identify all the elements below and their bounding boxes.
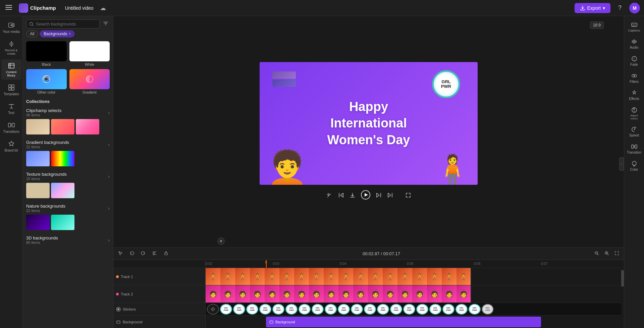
right-tool-adjust-colors[interactable]: Adjust colors (626, 104, 643, 123)
search-input-wrap[interactable] (26, 19, 100, 29)
video-title-button[interactable]: Untitled video (61, 4, 97, 12)
export-chevron-icon: ▾ (603, 5, 605, 11)
grl-badge-17: GRLPWR (429, 304, 441, 315)
right-tool-filters[interactable]: Filters (626, 70, 643, 86)
frame-pink-thumb: 🧑 (206, 285, 220, 303)
help-button[interactable]: ? (614, 3, 625, 13)
bg-track-clip[interactable]: Background (266, 317, 541, 327)
tracks-content[interactable]: ▼ 0:02 0:03 0:04 0:05 0:06 0:07 🧍 (206, 260, 621, 328)
redo-icon (141, 251, 146, 256)
forward-5-button[interactable] (376, 192, 382, 200)
collection-3d-backgrounds[interactable]: 3D backgrounds 80 items › (23, 233, 113, 249)
right-tool-speed[interactable]: Speed (626, 123, 643, 140)
sidebar-item-content-library[interactable]: Content library (1, 59, 21, 80)
center-area: 16:9 GRLPWR (113, 16, 624, 328)
sidebar-item-templates[interactable]: Templates (1, 81, 21, 99)
frame-pink-thumb: 🧑 (265, 285, 279, 303)
grl-badge-4: GRLPWR (259, 304, 271, 315)
avatar[interactable]: M (629, 3, 640, 13)
right-tool-captions[interactable]: Audio Captions (626, 19, 643, 35)
preview-text: Happy International Women's Day (327, 99, 410, 148)
sidebar-item-text[interactable]: Text (1, 100, 21, 117)
play-button[interactable] (361, 190, 370, 202)
collection-name-nature: Nature backgrounds (26, 204, 65, 209)
collection-arrow-gradient-icon: › (108, 142, 110, 147)
sidebar-item-record-create[interactable]: Record & create (1, 38, 21, 58)
collection-arrow-icon: › (108, 110, 110, 115)
collections-title: Collections (23, 97, 113, 105)
total-time: 00:07.17 (383, 251, 400, 256)
right-tool-color[interactable]: Color (626, 158, 643, 174)
redo-button[interactable] (139, 250, 148, 258)
filter-all-button[interactable]: All (26, 31, 38, 37)
sidebar-item-brand-kit[interactable]: Brand kit (1, 138, 21, 155)
bg-item-white[interactable]: White (69, 41, 110, 66)
frame-pink-thumb: 🧑 (220, 285, 235, 303)
current-time: 00:02.87 (363, 251, 380, 256)
bg-track-icon (116, 320, 121, 324)
expand-panel-button[interactable]: ▾ (217, 237, 225, 245)
sidebar-item-transitions[interactable]: Transitions (1, 119, 21, 136)
bg-item-gradient[interactable]: Gradient (69, 69, 110, 94)
grl-badge-12: GRLPWR (364, 304, 376, 315)
right-tool-fade[interactable]: Fade (626, 53, 643, 69)
collection-thumb-3 (76, 119, 99, 134)
collection-name: Clipchamp selects (26, 108, 62, 113)
collection-name-3d: 3D backgrounds (26, 235, 58, 240)
magic-button[interactable] (326, 192, 333, 200)
right-tool-transition[interactable]: Transition (626, 141, 643, 157)
sidebar-item-your-media[interactable]: Your media (1, 19, 21, 36)
left-sidebar: Your media Record & create Content libra… (0, 16, 23, 328)
select-tool-button[interactable] (116, 250, 125, 258)
frame-thumb: 🧍 (235, 268, 250, 285)
svg-rect-15 (8, 88, 11, 90)
collection-clipchamp-selects[interactable]: Clipchamp selects 96 items › (23, 105, 113, 137)
download-frame-button[interactable] (350, 192, 356, 200)
panel-scroll[interactable]: Collections Clipchamp selects 96 items › (23, 97, 113, 328)
svg-rect-13 (8, 85, 11, 87)
collection-gradient-backgrounds[interactable]: Gradient backgrounds 22 items › (23, 137, 113, 169)
skip-forward-icon (387, 192, 393, 198)
speaker-icon (211, 307, 215, 312)
filter-button[interactable] (102, 19, 110, 29)
lock-button[interactable] (162, 250, 170, 258)
skip-back-button[interactable] (338, 192, 344, 200)
fit-button[interactable] (612, 250, 621, 258)
tag-label: Backgrounds (44, 32, 67, 36)
undo-button[interactable] (127, 250, 136, 258)
zoom-in-button[interactable] (602, 250, 611, 258)
hamburger-button[interactable] (4, 3, 13, 13)
filters-icon (631, 72, 638, 79)
search-input[interactable] (36, 21, 97, 26)
export-button[interactable]: Export ▾ (575, 3, 610, 13)
main-area: Your media Record & create Content libra… (0, 16, 644, 328)
fullscreen-button[interactable] (405, 192, 411, 200)
collapse-panel-button[interactable]: ‹ (619, 157, 624, 171)
right-tool-effects[interactable]: Effects (626, 87, 643, 103)
frame-pink-thumb: 🧑 (457, 285, 471, 303)
collection-header-texture: Texture backgrounds 15 items › (26, 172, 110, 181)
bg-item-other-color[interactable]: Other color (26, 69, 67, 94)
filter-backgrounds-tag[interactable]: Backgrounds × (40, 31, 74, 37)
grl-badge-18: GRLPWR (442, 304, 454, 315)
collection-thumbs (26, 119, 110, 134)
bg-item-black[interactable]: Black (26, 41, 67, 66)
skip-forward-button[interactable] (387, 192, 393, 200)
vertical-scrollbar[interactable] (621, 260, 624, 328)
audio-label: Audio (630, 46, 639, 49)
right-tool-audio[interactable]: Audio (626, 36, 643, 52)
select-icon (118, 251, 123, 256)
zoom-out-button[interactable] (592, 250, 601, 258)
cut-button[interactable] (150, 250, 159, 258)
hamburger-icon (5, 4, 12, 11)
collection-texture-backgrounds[interactable]: Texture backgrounds 15 items › (23, 169, 113, 201)
collection-info-3d: 3D backgrounds 80 items (26, 235, 58, 244)
adjust-colors-icon (631, 107, 638, 113)
preview-line2: International (330, 116, 407, 130)
collection-nature-backgrounds[interactable]: Nature backgrounds 22 items › (23, 201, 113, 233)
tag-remove-icon[interactable]: × (68, 32, 71, 36)
scrollbar-thumb (621, 270, 624, 287)
color-icon (631, 160, 638, 167)
collection-header-nature: Nature backgrounds 22 items › (26, 204, 110, 213)
record-icon (8, 40, 15, 48)
